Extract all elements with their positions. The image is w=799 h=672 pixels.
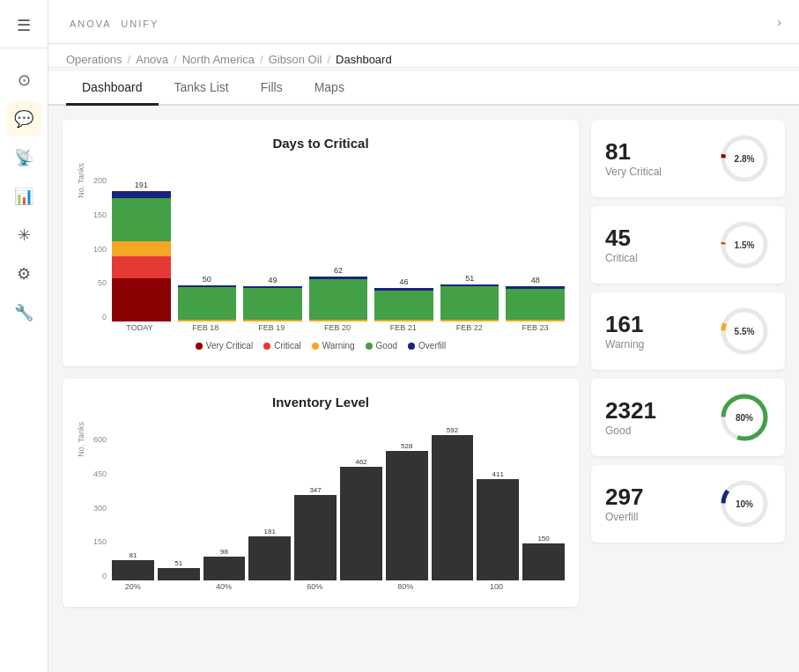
dtc-bar-group: 48 xyxy=(506,276,565,321)
legend-good: Good xyxy=(366,341,397,351)
inv-bar xyxy=(203,557,246,580)
inv-chart-title: Inventory Level xyxy=(77,395,565,410)
inv-bar xyxy=(522,543,565,580)
stat-number-warning: 161 xyxy=(605,312,644,337)
stat-label-critical: Critical xyxy=(605,252,638,264)
inv-bar-group: 411 xyxy=(477,470,519,580)
inv-bar-group: 98 xyxy=(203,548,246,580)
stacked-bar xyxy=(112,191,171,322)
stat-label-good: Good xyxy=(605,425,656,437)
charts-column: Days to Critical No. Tanks 0 50 100 150 … xyxy=(63,120,579,658)
stat-card-overfill: 297Overfill 10% xyxy=(591,465,785,543)
bar-segment-warning xyxy=(374,320,433,321)
stat-card-very-critical: 81Very Critical 2.8% xyxy=(591,120,785,197)
inv-bar xyxy=(477,479,519,580)
donut-good: 80% xyxy=(718,391,771,444)
inv-bar xyxy=(294,495,337,580)
bar-segment-critical xyxy=(112,256,171,278)
stat-label-warning: Warning xyxy=(605,338,644,351)
bar-segment-warning xyxy=(506,320,565,321)
bar-segment-warning xyxy=(440,320,499,321)
tab-maps[interactable]: Maps xyxy=(299,71,360,106)
bar-segment-good xyxy=(243,288,302,320)
hamburger-icon[interactable]: ☰ xyxy=(17,16,31,35)
legend-critical: Critical xyxy=(263,341,301,351)
tab-dashboard[interactable]: Dashboard xyxy=(66,71,159,106)
stacked-bar xyxy=(243,286,302,321)
dtc-legend: Very Critical Critical Warning Good xyxy=(77,341,565,351)
inv-bar-group: 181 xyxy=(248,528,291,580)
bar-segment-overfill xyxy=(112,191,171,198)
bar-segment-good xyxy=(309,279,368,319)
sidebar-item-messages[interactable]: 💬 xyxy=(6,101,41,137)
stacked-bar xyxy=(506,286,565,321)
sidebar-item-analytics[interactable]: ✳ xyxy=(6,218,41,253)
breadcrumb-north-america[interactable]: North America xyxy=(182,53,255,66)
tab-fills[interactable]: Fills xyxy=(245,71,299,106)
bar-segment-warning xyxy=(178,320,237,321)
bar-segment-very_critical xyxy=(112,278,171,322)
sidebar: ☰ ⊙ 💬 📡 📊 ✳ ⚙ 🔧 xyxy=(0,0,48,672)
stat-card-critical: 45Critical 1.5% xyxy=(591,206,785,284)
dtc-bar-group: 46 xyxy=(374,277,433,321)
inv-bar-group: 347 xyxy=(294,486,337,580)
dtc-bar-group: 49 xyxy=(243,276,302,321)
breadcrumb-operations[interactable]: Operations xyxy=(66,53,122,66)
dtc-chart-title: Days to Critical xyxy=(77,136,565,151)
sidebar-item-dashboard[interactable]: ⊙ xyxy=(6,63,41,98)
stacked-bar xyxy=(440,284,499,321)
app-logo: ANOVA UNIFY xyxy=(66,11,159,32)
inv-y-axis-label: No. Tanks xyxy=(77,422,85,457)
stat-label-very-critical: Very Critical xyxy=(605,166,662,178)
sidebar-logo: ☰ xyxy=(0,9,48,48)
inv-bar-group: 150 xyxy=(522,535,565,580)
legend-warning: Warning xyxy=(312,341,355,351)
donut-critical: 1.5% xyxy=(718,218,771,271)
dtc-bar-group: 191 xyxy=(112,181,171,322)
inv-bar xyxy=(158,568,200,580)
inv-bar-group: 462 xyxy=(340,458,382,580)
bar-segment-good xyxy=(112,198,171,242)
app-subtitle: UNIFY xyxy=(121,18,159,29)
tabs-bar: Dashboard Tanks List Fills Maps xyxy=(48,71,799,106)
bar-segment-warning xyxy=(112,241,171,256)
sidebar-item-reports[interactable]: 📊 xyxy=(6,179,41,214)
bar-segment-good xyxy=(506,289,565,320)
header: ANOVA UNIFY › xyxy=(48,0,799,44)
stat-label-overfill: Overfill xyxy=(605,511,643,523)
stacked-bar xyxy=(309,277,368,321)
tab-tanks-list[interactable]: Tanks List xyxy=(159,71,245,106)
stats-column: 81Very Critical 2.8% 45Critical 1.5% 161… xyxy=(591,120,785,658)
inventory-level-card: Inventory Level No. Tanks 0 150 300 450 … xyxy=(63,379,579,607)
dtc-y-axis-label: No. Tanks xyxy=(77,163,85,198)
breadcrumb-anova[interactable]: Anova xyxy=(136,53,168,66)
stacked-bar xyxy=(178,285,237,321)
inv-bar xyxy=(340,467,382,580)
sidebar-item-integrations[interactable]: ⚙ xyxy=(6,256,41,292)
bar-segment-warning xyxy=(309,320,368,321)
dashboard-content: Days to Critical No. Tanks 0 50 100 150 … xyxy=(48,106,799,672)
breadcrumb-current: Dashboard xyxy=(336,53,392,66)
stacked-bar xyxy=(374,288,433,321)
bar-segment-good xyxy=(374,291,433,321)
main-content: ANOVA UNIFY › Operations / Anova / North… xyxy=(48,0,799,672)
days-to-critical-card: Days to Critical No. Tanks 0 50 100 150 … xyxy=(63,120,579,366)
donut-very-critical: 2.8% xyxy=(718,132,771,185)
donut-warning: 5.5% xyxy=(718,305,771,358)
dtc-bar-group: 51 xyxy=(440,274,499,321)
inv-bar xyxy=(248,536,291,580)
stat-card-warning: 161Warning 5.5% xyxy=(591,292,785,370)
inv-bar-group: 81 xyxy=(112,551,154,580)
app-name: ANOVA xyxy=(70,18,112,29)
sidebar-nav: ⊙ 💬 📡 📊 ✳ ⚙ 🔧 xyxy=(0,55,48,330)
sidebar-item-settings[interactable]: 🔧 xyxy=(6,295,41,330)
legend-very-critical: Very Critical xyxy=(196,341,253,351)
sidebar-toggle[interactable]: › xyxy=(777,15,781,29)
stat-number-good: 2321 xyxy=(605,398,656,424)
stat-card-good: 2321Good 80% xyxy=(591,379,785,456)
inv-bar-group: 528 xyxy=(386,442,428,580)
sidebar-item-sensors[interactable]: 📡 xyxy=(6,140,41,175)
donut-overfill: 10% xyxy=(718,477,771,530)
breadcrumb-gibson-oil[interactable]: Gibson Oil xyxy=(269,53,322,66)
dtc-bar-group: 50 xyxy=(178,275,237,321)
